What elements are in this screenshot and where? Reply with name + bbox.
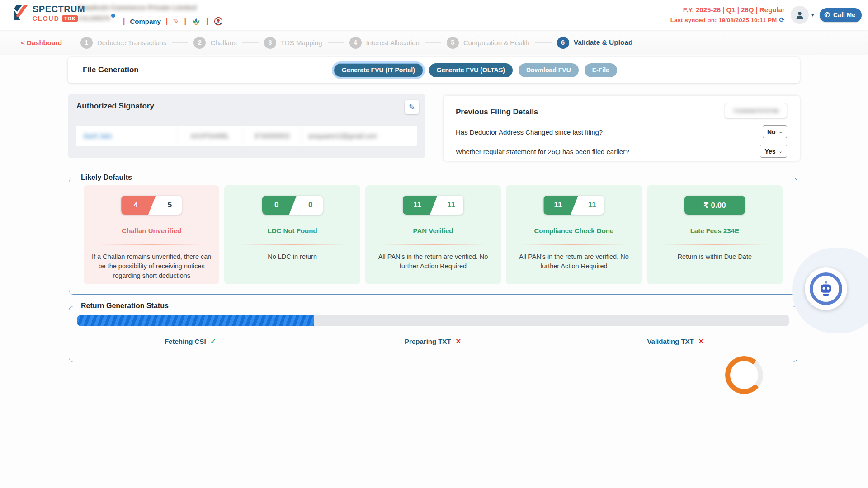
call-me-label: Call Me xyxy=(833,11,855,19)
brand-name-bottom: CLOUD xyxy=(33,15,60,22)
previous-filing-card: Previous Filing Details 71000067070706 H… xyxy=(444,96,800,161)
regular-statement-filed-select[interactable]: Yes ⌄ xyxy=(760,145,787,158)
previous-token-value: 71000067070706 xyxy=(733,108,778,114)
likely-defaults-title: Likely Defaults xyxy=(77,174,136,182)
card-pan-verified: 11 11 PAN Verified All PAN's in the retu… xyxy=(365,185,501,284)
ratio-left-value: 11 xyxy=(403,196,440,215)
ratio-left-value: 4 xyxy=(121,196,159,215)
sync-block: F.Y. 2025-26 | Q1 | 26Q | Regular Last s… xyxy=(670,6,785,24)
company-tan: CALS09375 xyxy=(78,15,110,22)
card-divider xyxy=(97,244,206,245)
brand-name-top: SPECTRUM xyxy=(33,4,85,14)
download-fvu-button[interactable]: Download FVU xyxy=(519,63,579,77)
file-generation-buttons: Generate FVU (IT Portal) Generate FVU (O… xyxy=(334,63,617,77)
edit-company-icon[interactable]: ✎ xyxy=(173,17,179,26)
return-generation-status-section: Return Generation Status Fetching CSI ✓ … xyxy=(69,302,797,362)
ratio-badge: 11 11 xyxy=(543,196,604,215)
ratio-left-value: 11 xyxy=(543,196,581,215)
check-icon: ✓ xyxy=(210,337,217,346)
card-description: If a Challan remains unverified, there c… xyxy=(90,252,212,281)
card-divider xyxy=(238,244,346,245)
signatory-pan: AXXPS4496L xyxy=(177,126,243,146)
previous-filing-title: Previous Filing Details xyxy=(456,108,538,117)
phone-icon: ✆ xyxy=(824,11,830,19)
step-interest-allocation[interactable]: 4 Interest Allocation xyxy=(349,37,420,49)
caret-down-icon: ⌄ xyxy=(779,129,783,134)
step-challans[interactable]: 2 Challans xyxy=(193,37,236,49)
filing-context: F.Y. 2025-26 | Q1 | 26Q | Regular xyxy=(670,6,785,14)
ratio-right-value: 0 xyxy=(298,201,323,210)
chatbot-launcher[interactable] xyxy=(805,267,847,310)
step-connector xyxy=(425,42,441,43)
signatory-row: Aarti Jain AXXPS4496L 9740000003 anayaar… xyxy=(76,126,417,146)
call-me-button[interactable]: ✆ Call Me xyxy=(820,8,862,22)
card-compliance-check: 11 11 Compliance Check Done All PAN's in… xyxy=(506,185,642,284)
card-challan-unverified: 4 5 Challan Unverified If a Challan rema… xyxy=(84,185,219,284)
info-dot-icon xyxy=(111,14,115,18)
traces-portal-icon[interactable] xyxy=(191,16,201,26)
question-address-changed: Has Deductor Address Changed since last … xyxy=(456,128,603,136)
brand-name: SPECTRUM CLOUD TDS xyxy=(33,4,85,22)
status-label: Validating TXT xyxy=(647,338,693,345)
efile-button[interactable]: E-File xyxy=(585,63,617,77)
card-divider xyxy=(660,244,769,245)
brand-logo: SPECTRUM CLOUD TDS xyxy=(13,4,85,22)
robot-icon xyxy=(817,280,835,297)
previous-token-box: 71000067070706 xyxy=(725,103,787,118)
header-right: F.Y. 2025-26 | Q1 | 26Q | Regular Last s… xyxy=(670,0,862,30)
caret-down-icon[interactable]: ▾ xyxy=(811,12,814,18)
card-description: No LDC in return xyxy=(231,252,353,262)
ratio-right-value: 11 xyxy=(580,201,604,210)
back-to-dashboard-link[interactable]: < Dashboard xyxy=(21,39,62,47)
last-synced: Last synced on: 19/08/2025 10:11 PM⟳ xyxy=(670,16,785,24)
status-row: Fetching CSI ✓ Preparing TXT ✕ Validatin… xyxy=(69,337,797,346)
card-title: Late Fees 234E xyxy=(690,227,739,235)
step-number: 4 xyxy=(349,37,362,49)
card-title: PAN Verified xyxy=(413,227,453,235)
step-number: 5 xyxy=(447,37,459,49)
question-regular-statement: Whether regular statement for 26Q has be… xyxy=(456,148,629,155)
ratio-badge: 4 5 xyxy=(121,196,182,215)
ratio-right-value: 5 xyxy=(158,201,182,210)
ratio-right-value: 11 xyxy=(439,201,463,210)
wizard-steps: 1 Deductee Transactions 2 Challans 3 TDS… xyxy=(80,37,633,49)
cross-icon: ✕ xyxy=(455,337,462,346)
progress-bar-track xyxy=(77,315,789,326)
step-number: 6 xyxy=(557,37,569,49)
card-title: Challan Unverified xyxy=(122,227,181,235)
step-deductee-transactions[interactable]: 1 Deductee Transactions xyxy=(80,37,166,49)
refresh-icon[interactable]: ⟳ xyxy=(779,16,785,24)
ratio-badge: 11 11 xyxy=(403,196,463,215)
avatar[interactable] xyxy=(791,6,809,24)
company-name: Swadeshi Commerce Private Limited xyxy=(78,4,197,11)
separator: | xyxy=(166,17,168,25)
step-computation-health[interactable]: 5 Computation & Health xyxy=(447,37,530,49)
generate-fvu-oltas-button[interactable]: Generate FVU (OLTAS) xyxy=(429,63,513,77)
ratio-badge: 0 0 xyxy=(262,196,323,215)
deductor-address-changed-select[interactable]: No ⌄ xyxy=(763,125,787,138)
ratio-left-value: 0 xyxy=(262,196,300,215)
company-link[interactable]: Company xyxy=(130,18,160,25)
loading-spinner-icon xyxy=(725,356,763,394)
income-tax-emblem-icon[interactable] xyxy=(213,16,223,26)
generate-fvu-it-portal-button[interactable]: Generate FVU (IT Portal) xyxy=(334,63,423,77)
brand-logo-icon xyxy=(13,5,29,22)
step-label: Validate & Upload xyxy=(574,38,633,47)
card-title: Compliance Check Done xyxy=(534,227,613,235)
caret-down-icon: ⌄ xyxy=(779,149,783,154)
user-menu[interactable]: ▾ xyxy=(791,6,814,24)
card-divider xyxy=(379,244,487,245)
step-tds-mapping[interactable]: 3 TDS Mapping xyxy=(264,37,322,49)
signatory-mobile: 9740000003 xyxy=(243,126,301,146)
chatbot-ring xyxy=(810,272,842,305)
card-ldc-not-found: 0 0 LDC Not Found No LDC in return xyxy=(224,185,360,284)
status-fetching-csi: Fetching CSI ✓ xyxy=(69,337,312,346)
last-synced-text: Last synced on: 19/08/2025 10:11 PM xyxy=(670,17,777,23)
authorized-signatory-title: Authorized Signatory xyxy=(76,102,154,111)
step-validate-upload[interactable]: 6 Validate & Upload xyxy=(557,37,633,49)
steps-bar: < Dashboard 1 Deductee Transactions 2 Ch… xyxy=(0,30,868,55)
step-number: 2 xyxy=(193,37,206,49)
edit-signatory-button[interactable]: ✎ xyxy=(405,100,419,114)
step-number: 1 xyxy=(80,37,93,49)
step-label: Challans xyxy=(210,39,236,47)
